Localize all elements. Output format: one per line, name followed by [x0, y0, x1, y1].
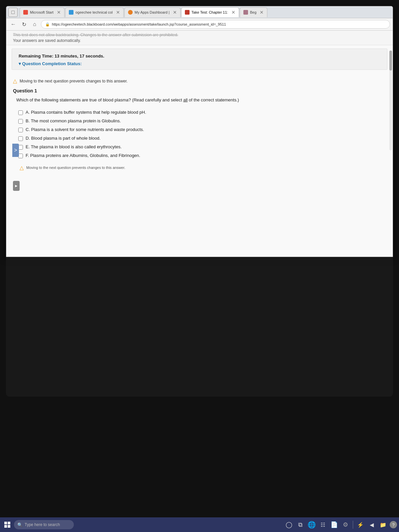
new-window-button[interactable]: □ [8, 8, 18, 17]
url-text: https://ogeecheetech.blackboard.com/weba… [52, 22, 226, 26]
windows-icon [4, 522, 10, 528]
warning-triangle-icon: △ [13, 78, 17, 84]
tab-favicon-ogeechee [69, 10, 73, 15]
tab-myapps[interactable]: My Apps Dashboard | ✕ [124, 7, 181, 17]
taskbar-icon-back[interactable]: ◀ [367, 520, 376, 529]
checkbox-c[interactable] [18, 128, 23, 132]
tab-label-ms: Microsoft Start [30, 10, 54, 14]
warning-banner: This test does not allow backtracking. C… [6, 31, 393, 45]
tab-close-ogeechee[interactable]: ✕ [115, 10, 120, 15]
scrollbar-thumb[interactable] [389, 51, 392, 70]
taskbar-search-text: Type here to search [25, 522, 60, 527]
taskbar-icon-search[interactable]: ◯ [284, 520, 294, 529]
answer-choice-c[interactable]: C. Plasma is a solvent for some nutrient… [13, 125, 386, 134]
tab-label-ogeechee: ogeechee technical col [75, 10, 113, 14]
answer-text-b: B. The most common plasma protein is Glo… [26, 118, 121, 123]
taskbar-icon-grid[interactable]: ☷ [318, 520, 328, 529]
lock-icon: 🔒 [45, 22, 50, 27]
taskbar-icon-bolt[interactable]: ⚡ [356, 520, 365, 529]
taskbar-icon-settings[interactable]: ⚙ [341, 520, 350, 529]
tab-beg[interactable]: Beg ✕ [240, 7, 268, 17]
refresh-button[interactable]: ↻ [20, 20, 28, 29]
address-bar[interactable]: 🔒 https://ogeecheetech.blackboard.com/we… [41, 20, 390, 29]
taskbar-divider [353, 521, 353, 529]
completion-status[interactable]: ▾ Question Completion Status: [19, 61, 380, 66]
answer-text-d: D. Blood plasma is part of whole blood. [26, 136, 100, 141]
taskbar-icon-files[interactable]: 📄 [330, 520, 339, 529]
address-bar-row: ← ↻ ⌂ 🔒 https://ogeecheetech.blackboard.… [6, 18, 393, 31]
tab-favicon-beige [243, 10, 248, 15]
warning-note-text-bottom: Moving to the next question prevents cha… [26, 166, 125, 170]
tab-favicon-myapps [128, 10, 133, 15]
warning-note-top: △ Moving to the next question prevents c… [13, 78, 386, 84]
answer-text-a: A. Plasma contains buffer systems that h… [26, 110, 146, 115]
taskbar-search[interactable]: 🔍 Type here to search [14, 520, 74, 529]
start-button[interactable] [2, 519, 13, 530]
tab-close-ms[interactable]: ✕ [56, 10, 61, 15]
question-section: △ Moving to the next question prevents c… [6, 73, 393, 196]
answer-choice-e[interactable]: E. The plasma in blood is also called er… [13, 143, 386, 151]
scrollbar-track[interactable] [389, 51, 392, 150]
tab-take-test[interactable]: Take Test: Chapter 11: ✕ [181, 7, 239, 17]
home-button[interactable]: ⌂ [30, 20, 39, 29]
side-arrow-right[interactable]: ► [13, 181, 20, 191]
completion-label: ▾ Question Completion Status: [19, 61, 82, 66]
answer-choice-a[interactable]: A. Plasma contains buffer systems that h… [13, 108, 386, 117]
question-label: Question 1 [13, 88, 386, 93]
tab-ogeechee[interactable]: ogeechee technical col ✕ [65, 7, 124, 17]
warning-triangle-icon-bottom: △ [20, 165, 24, 171]
back-button[interactable]: ← [9, 20, 18, 29]
timer-text: Remaining Time: 13 minutes, 17 seconds. [19, 54, 380, 59]
checkbox-a[interactable] [18, 110, 23, 115]
keyboard-area [6, 257, 393, 397]
warning-note-text-top: Moving to the next question prevents cha… [20, 79, 128, 83]
answer-text-c: C. Plasma is a solvent for some nutrient… [26, 127, 144, 132]
taskbar-icon-help[interactable]: ? [390, 521, 397, 528]
answer-choice-d[interactable]: D. Blood plasma is part of whole blood. [13, 134, 386, 143]
checkbox-e[interactable] [18, 145, 23, 150]
tab-favicon-blackboard [185, 10, 190, 15]
checkbox-b[interactable] [18, 119, 23, 124]
tab-close-beg[interactable]: ✕ [258, 10, 264, 15]
tab-microsoft-start[interactable]: Microsoft Start ✕ [20, 7, 65, 17]
tab-close-take-test[interactable]: ✕ [230, 10, 235, 15]
checkbox-d[interactable] [18, 136, 23, 141]
tab-favicon-ms [23, 10, 28, 15]
answer-text-e: E. The plasma in blood is also called er… [26, 144, 122, 149]
side-panel-left[interactable]: > [12, 144, 19, 157]
page-content: > This test does not allow backtracking.… [6, 31, 393, 257]
taskbar: 🔍 Type here to search ◯ ⧉ 🌐 ☷ 📄 ⚙ ⚡ ◀ 📁 … [0, 517, 399, 532]
taskbar-icons-right: ◯ ⧉ 🌐 ☷ 📄 ⚙ ⚡ ◀ 📁 ? [284, 520, 397, 529]
question-text: Which of the following statements are tr… [13, 97, 386, 103]
warning-note-bottom: △ Moving to the next question prevents c… [13, 160, 386, 178]
warning-text-2: Your answers are saved automatically. [13, 38, 386, 43]
answer-choice-b[interactable]: B. The most common plasma protein is Glo… [13, 117, 386, 125]
tab-close-myapps[interactable]: ✕ [172, 10, 177, 15]
warning-text-1: This test does not allow backtracking. C… [13, 33, 386, 37]
checkbox-f[interactable] [18, 154, 23, 158]
browser-window: □ Microsoft Start ✕ ogeechee technical c… [6, 6, 393, 257]
tab-label-beg: Beg [250, 10, 257, 14]
tab-label-myapps: My Apps Dashboard | [135, 10, 170, 14]
answer-text-f: F. Plasma proteins are Albumins, Globuli… [26, 153, 140, 158]
timer-section: Remaining Time: 13 minutes, 17 seconds. … [12, 49, 387, 70]
tab-bar: □ Microsoft Start ✕ ogeechee technical c… [6, 6, 393, 18]
search-icon: 🔍 [17, 522, 23, 527]
taskbar-icon-taskview[interactable]: ⧉ [296, 520, 305, 529]
taskbar-icon-browser[interactable]: 🌐 [307, 520, 316, 529]
tab-label-take-test: Take Test: Chapter 11: [192, 10, 228, 14]
question-body: Which of the following statements are tr… [16, 97, 239, 102]
answer-choice-f[interactable]: F. Plasma proteins are Albumins, Globuli… [13, 151, 386, 160]
taskbar-icon-folder[interactable]: 📁 [378, 520, 388, 529]
